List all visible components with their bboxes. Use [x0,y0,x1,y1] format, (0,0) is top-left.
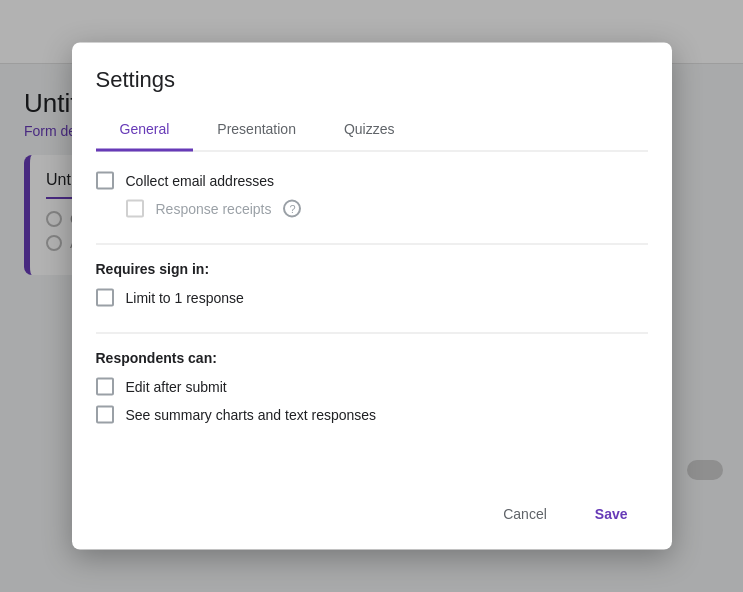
response-receipts-label: Response receipts [156,201,272,217]
tabs-container: General Presentation Quizzes [96,109,648,152]
response-receipts-row: Response receipts ? [126,200,648,218]
limit-response-label: Limit to 1 response [126,290,244,306]
limit-response-checkbox[interactable] [96,289,114,307]
dialog-footer: Cancel Save [72,486,672,550]
dialog-body: Collect email addresses Response receipt… [72,152,672,486]
dialog-title: Settings [96,67,648,93]
see-summary-checkbox[interactable] [96,406,114,424]
edit-after-submit-checkbox[interactable] [96,378,114,396]
respondents-section: Respondents can: Edit after submit See s… [96,350,648,450]
limit-response-row: Limit to 1 response [96,289,648,307]
respondents-heading: Respondents can: [96,350,648,366]
see-summary-label: See summary charts and text responses [126,407,377,423]
collect-email-label: Collect email addresses [126,173,275,189]
email-section: Collect email addresses Response receipt… [96,172,648,245]
cancel-button[interactable]: Cancel [483,498,567,530]
help-icon[interactable]: ? [283,200,301,218]
response-receipts-checkbox[interactable] [126,200,144,218]
tab-general[interactable]: General [96,109,194,152]
tab-presentation[interactable]: Presentation [193,109,320,152]
sign-in-section: Requires sign in: Limit to 1 response [96,261,648,334]
dialog-header: Settings General Presentation Quizzes [72,43,672,152]
collect-email-checkbox[interactable] [96,172,114,190]
settings-dialog: Settings General Presentation Quizzes Co… [72,43,672,550]
edit-after-submit-label: Edit after submit [126,379,227,395]
tab-quizzes[interactable]: Quizzes [320,109,419,152]
see-summary-row: See summary charts and text responses [96,406,648,424]
collect-email-row: Collect email addresses [96,172,648,190]
edit-after-submit-row: Edit after submit [96,378,648,396]
save-button[interactable]: Save [575,498,648,530]
sign-in-heading: Requires sign in: [96,261,648,277]
